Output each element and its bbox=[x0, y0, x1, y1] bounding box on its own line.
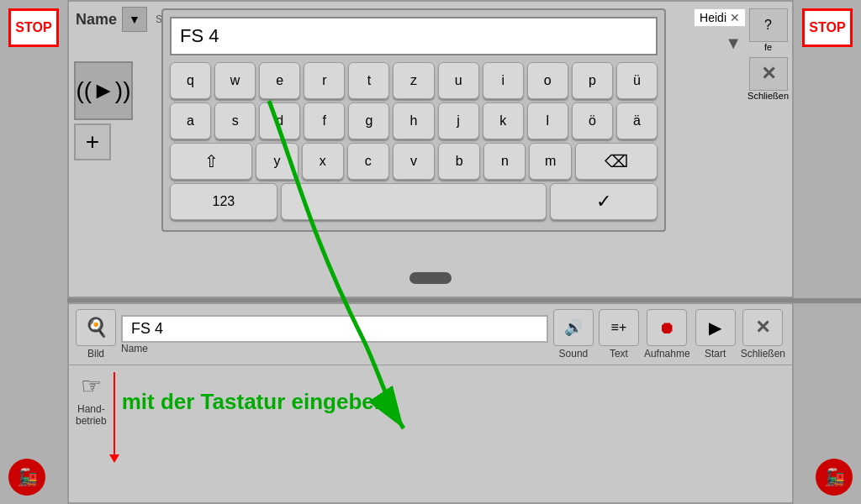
key-z[interactable]: z bbox=[393, 62, 434, 99]
key-backspace[interactable]: ⌫ bbox=[575, 143, 658, 180]
train-icon-right: 🚂 bbox=[824, 467, 845, 487]
aufnahme-icon-box: ⏺ bbox=[647, 309, 687, 346]
help-button[interactable]: ? bbox=[749, 8, 788, 42]
start-icon-box: ▶ bbox=[695, 309, 736, 346]
key-h[interactable]: h bbox=[393, 102, 434, 139]
key-c[interactable]: c bbox=[347, 143, 389, 180]
hand-icon: ☞ bbox=[81, 372, 102, 400]
close-button-top[interactable]: ✕ bbox=[749, 57, 788, 91]
text-icon: ≡+ bbox=[611, 320, 627, 335]
key-b[interactable]: b bbox=[438, 143, 480, 180]
key-u[interactable]: u bbox=[438, 62, 479, 99]
bild-button[interactable]: 🍳 Bild bbox=[76, 309, 116, 360]
top-panel: Name ▼ Sortierung ((►)) + q w e r t z u … bbox=[67, 0, 794, 298]
key-j[interactable]: j bbox=[438, 102, 479, 139]
bottom-panel: 🍳 Bild Name 🔊 Sound ≡+ Text ⏺ bbox=[67, 302, 794, 504]
close-icon: ✕ bbox=[755, 317, 770, 339]
name-dropdown-button[interactable]: ▼ bbox=[122, 7, 147, 32]
question-icon: ? bbox=[764, 18, 772, 33]
close-label-top: Schließen bbox=[747, 91, 789, 101]
text-button[interactable]: ≡+ Text bbox=[599, 309, 639, 360]
hint-text: mit der Tastatur eingeben! bbox=[122, 372, 395, 415]
scroll-area[interactable] bbox=[69, 270, 792, 286]
text-label: Text bbox=[610, 348, 628, 360]
key-shift[interactable]: ⇧ bbox=[170, 143, 252, 180]
speaker-icon: ((►)) bbox=[76, 77, 130, 104]
record-icon: ⏺ bbox=[658, 318, 675, 338]
key-s[interactable]: s bbox=[214, 102, 256, 139]
key-f[interactable]: f bbox=[304, 102, 345, 139]
stop-button-left[interactable]: STOP bbox=[8, 8, 59, 47]
sound-label: Sound bbox=[559, 348, 589, 360]
aufnahme-label: Aufnahme bbox=[644, 348, 690, 360]
close-btn-group: ✕ Schließen bbox=[747, 57, 789, 101]
key-ü[interactable]: ü bbox=[616, 62, 658, 99]
key-space[interactable] bbox=[281, 183, 547, 220]
schliessen-label: Schließen bbox=[741, 348, 785, 360]
key-d[interactable]: d bbox=[259, 102, 300, 139]
timeline-marker bbox=[109, 454, 119, 463]
bottom-content: ☞ Hand-betrieb mit der Tastatur eingeben… bbox=[69, 365, 792, 463]
bottom-toolbar: 🍳 Bild Name 🔊 Sound ≡+ Text ⏺ bbox=[69, 304, 792, 365]
key-123[interactable]: 123 bbox=[170, 183, 277, 220]
name-sub-label: Name bbox=[121, 343, 148, 354]
bild-label: Bild bbox=[87, 348, 104, 360]
keyboard-overlay: q w e r t z u i o p ü a s d f g h j k l … bbox=[161, 8, 666, 232]
key-confirm[interactable]: ✓ bbox=[550, 183, 658, 220]
help-label: fe bbox=[764, 42, 772, 52]
close-icon-box: ✕ bbox=[742, 309, 783, 346]
text-icon-box: ≡+ bbox=[599, 309, 639, 346]
bild-icon: 🍳 bbox=[85, 317, 108, 339]
bild-icon-box: 🍳 bbox=[76, 309, 116, 346]
key-n[interactable]: n bbox=[483, 143, 526, 180]
heidi-close-button[interactable]: ✕ bbox=[730, 11, 740, 24]
start-button[interactable]: ▶ Start bbox=[695, 309, 736, 360]
keyboard-row-3: ⇧ y x c v b n m ⌫ bbox=[170, 143, 658, 180]
key-g[interactable]: g bbox=[348, 102, 389, 139]
keyboard-row-1: q w e r t z u i o p ü bbox=[170, 62, 658, 99]
key-q[interactable]: q bbox=[170, 62, 211, 99]
train-button-left[interactable]: 🚂 bbox=[8, 459, 45, 496]
train-button-right[interactable]: 🚂 bbox=[816, 459, 853, 496]
key-m[interactable]: m bbox=[529, 143, 571, 180]
key-ö[interactable]: ö bbox=[572, 102, 613, 139]
keyboard-row-2: a s d f g h j k l ö ä bbox=[170, 102, 658, 139]
key-v[interactable]: v bbox=[393, 143, 435, 180]
key-t[interactable]: t bbox=[348, 62, 389, 99]
key-l[interactable]: l bbox=[527, 102, 568, 139]
name-label: Name bbox=[76, 11, 117, 29]
train-icon-left: 🚂 bbox=[17, 467, 38, 487]
play-icon: ▶ bbox=[709, 318, 721, 338]
key-w[interactable]: w bbox=[214, 62, 256, 99]
key-e[interactable]: e bbox=[259, 62, 300, 99]
name-input-group: Name bbox=[121, 315, 548, 354]
sound-button[interactable]: 🔊 Sound bbox=[553, 309, 594, 360]
heidi-dropdown-arrow[interactable]: ▼ bbox=[725, 34, 742, 53]
sound-icon-box: ((►)) bbox=[74, 61, 133, 120]
keyboard-row-4: 123 ✓ bbox=[170, 183, 658, 220]
key-k[interactable]: k bbox=[483, 102, 524, 139]
add-button[interactable]: + bbox=[74, 123, 111, 160]
key-y[interactable]: y bbox=[256, 143, 298, 180]
start-label: Start bbox=[705, 348, 726, 360]
stop-button-right[interactable]: STOP bbox=[802, 8, 853, 47]
key-o[interactable]: o bbox=[527, 62, 568, 99]
timeline-indicator bbox=[114, 372, 115, 456]
hand-label: Hand-betrieb bbox=[76, 403, 107, 428]
key-p[interactable]: p bbox=[572, 62, 613, 99]
key-ä[interactable]: ä bbox=[616, 102, 658, 139]
bottom-name-input[interactable] bbox=[121, 315, 548, 343]
key-i[interactable]: i bbox=[483, 62, 524, 99]
keyboard-input[interactable] bbox=[170, 17, 658, 55]
key-x[interactable]: x bbox=[302, 143, 344, 180]
help-btn-group: ? fe bbox=[749, 8, 788, 52]
sound-icon: 🔊 bbox=[553, 309, 594, 346]
schliessen-button[interactable]: ✕ Schließen bbox=[741, 309, 785, 360]
heidi-tag: Heidi ✕ bbox=[694, 8, 746, 27]
key-a[interactable]: a bbox=[170, 102, 211, 139]
heidi-text: Heidi bbox=[700, 11, 726, 24]
hand-icon-box: ☞ Hand-betrieb bbox=[76, 372, 107, 428]
scroll-thumb bbox=[409, 272, 452, 284]
aufnahme-button[interactable]: ⏺ Aufnahme bbox=[644, 309, 690, 360]
key-r[interactable]: r bbox=[304, 62, 345, 99]
